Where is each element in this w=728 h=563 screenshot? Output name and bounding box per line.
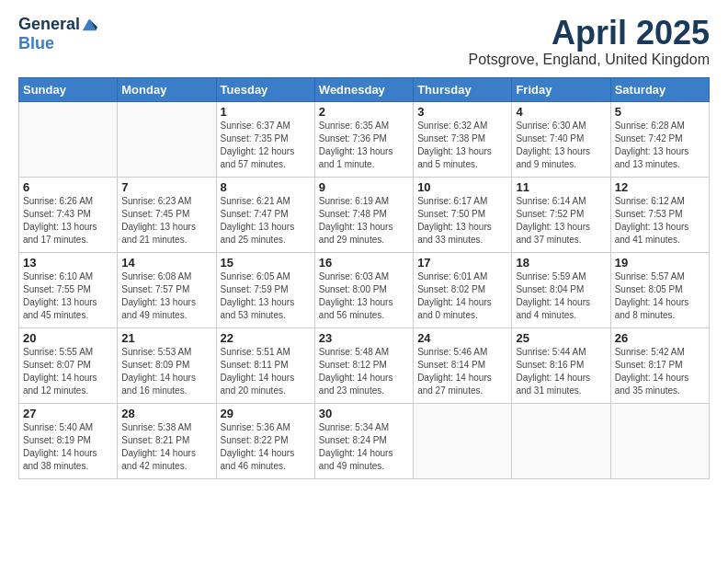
col-sunday: Sunday bbox=[19, 77, 118, 101]
day-info: Sunrise: 6:03 AM Sunset: 8:00 PM Dayligh… bbox=[319, 270, 409, 322]
day-number: 29 bbox=[221, 407, 311, 420]
calendar-cell: 1Sunrise: 6:37 AM Sunset: 7:35 PM Daylig… bbox=[216, 101, 314, 177]
day-info: Sunrise: 6:01 AM Sunset: 8:02 PM Dayligh… bbox=[417, 270, 507, 322]
calendar-cell: 22Sunrise: 5:51 AM Sunset: 8:11 PM Dayli… bbox=[216, 327, 314, 403]
day-number: 11 bbox=[516, 180, 606, 194]
day-number: 2 bbox=[319, 105, 409, 119]
day-number: 12 bbox=[615, 180, 705, 194]
day-info: Sunrise: 5:59 AM Sunset: 8:04 PM Dayligh… bbox=[516, 270, 606, 322]
day-info: Sunrise: 5:36 AM Sunset: 8:22 PM Dayligh… bbox=[221, 421, 311, 473]
day-number: 3 bbox=[417, 105, 507, 119]
col-saturday: Saturday bbox=[610, 77, 709, 101]
day-info: Sunrise: 5:38 AM Sunset: 8:21 PM Dayligh… bbox=[121, 421, 211, 473]
calendar-cell: 12Sunrise: 6:12 AM Sunset: 7:53 PM Dayli… bbox=[610, 177, 709, 252]
col-wednesday: Wednesday bbox=[314, 77, 413, 101]
day-info: Sunrise: 5:48 AM Sunset: 8:12 PM Dayligh… bbox=[319, 346, 409, 397]
calendar-cell: 2Sunrise: 6:35 AM Sunset: 7:36 PM Daylig… bbox=[314, 101, 413, 177]
calendar-cell: 10Sunrise: 6:17 AM Sunset: 7:50 PM Dayli… bbox=[414, 177, 512, 252]
day-info: Sunrise: 6:21 AM Sunset: 7:47 PM Dayligh… bbox=[221, 195, 311, 247]
col-monday: Monday bbox=[118, 77, 216, 101]
calendar-cell: 5Sunrise: 6:28 AM Sunset: 7:42 PM Daylig… bbox=[610, 101, 709, 177]
calendar-cell bbox=[610, 403, 709, 478]
day-info: Sunrise: 5:55 AM Sunset: 8:07 PM Dayligh… bbox=[23, 346, 113, 397]
calendar-cell: 19Sunrise: 5:57 AM Sunset: 8:05 PM Dayli… bbox=[610, 252, 709, 327]
day-number: 28 bbox=[121, 407, 211, 420]
calendar-cell: 17Sunrise: 6:01 AM Sunset: 8:02 PM Dayli… bbox=[414, 252, 512, 327]
calendar-cell: 28Sunrise: 5:38 AM Sunset: 8:21 PM Dayli… bbox=[118, 403, 216, 478]
week-row-4: 20Sunrise: 5:55 AM Sunset: 8:07 PM Dayli… bbox=[19, 327, 710, 403]
day-number: 5 bbox=[615, 105, 705, 119]
calendar-cell bbox=[118, 101, 216, 177]
logo-icon bbox=[81, 16, 97, 32]
day-info: Sunrise: 5:42 AM Sunset: 8:17 PM Dayligh… bbox=[615, 346, 705, 397]
day-number: 9 bbox=[319, 180, 409, 194]
calendar-header-row: Sunday Monday Tuesday Wednesday Thursday… bbox=[19, 77, 710, 101]
day-info: Sunrise: 6:26 AM Sunset: 7:43 PM Dayligh… bbox=[23, 195, 113, 247]
calendar-cell: 26Sunrise: 5:42 AM Sunset: 8:17 PM Dayli… bbox=[610, 327, 709, 403]
day-info: Sunrise: 5:57 AM Sunset: 8:05 PM Dayligh… bbox=[615, 270, 705, 322]
day-info: Sunrise: 5:46 AM Sunset: 8:14 PM Dayligh… bbox=[417, 346, 507, 397]
calendar-cell: 8Sunrise: 6:21 AM Sunset: 7:47 PM Daylig… bbox=[216, 177, 314, 252]
calendar-cell: 13Sunrise: 6:10 AM Sunset: 7:55 PM Dayli… bbox=[19, 252, 118, 327]
day-number: 15 bbox=[221, 256, 311, 270]
title-block: April 2025 Potsgrove, England, United Ki… bbox=[469, 15, 710, 68]
day-number: 6 bbox=[23, 180, 113, 194]
calendar-cell: 24Sunrise: 5:46 AM Sunset: 8:14 PM Dayli… bbox=[414, 327, 512, 403]
calendar-cell: 15Sunrise: 6:05 AM Sunset: 7:59 PM Dayli… bbox=[216, 252, 314, 327]
day-number: 16 bbox=[319, 256, 409, 270]
col-friday: Friday bbox=[512, 77, 610, 101]
week-row-2: 6Sunrise: 6:26 AM Sunset: 7:43 PM Daylig… bbox=[19, 177, 710, 252]
week-row-1: 1Sunrise: 6:37 AM Sunset: 7:35 PM Daylig… bbox=[19, 101, 710, 177]
day-info: Sunrise: 6:35 AM Sunset: 7:36 PM Dayligh… bbox=[319, 120, 409, 171]
calendar-cell bbox=[512, 403, 610, 478]
day-info: Sunrise: 6:37 AM Sunset: 7:35 PM Dayligh… bbox=[221, 120, 311, 171]
day-number: 4 bbox=[516, 105, 606, 119]
calendar-cell: 21Sunrise: 5:53 AM Sunset: 8:09 PM Dayli… bbox=[118, 327, 216, 403]
calendar-cell: 14Sunrise: 6:08 AM Sunset: 7:57 PM Dayli… bbox=[118, 252, 216, 327]
day-number: 20 bbox=[23, 331, 113, 345]
day-number: 24 bbox=[417, 331, 507, 345]
calendar-cell: 20Sunrise: 5:55 AM Sunset: 8:07 PM Dayli… bbox=[19, 327, 118, 403]
calendar-cell: 25Sunrise: 5:44 AM Sunset: 8:16 PM Dayli… bbox=[512, 327, 610, 403]
calendar-cell bbox=[19, 101, 118, 177]
col-thursday: Thursday bbox=[414, 77, 512, 101]
day-info: Sunrise: 6:19 AM Sunset: 7:48 PM Dayligh… bbox=[319, 195, 409, 247]
calendar-cell: 3Sunrise: 6:32 AM Sunset: 7:38 PM Daylig… bbox=[414, 101, 512, 177]
calendar-cell: 18Sunrise: 5:59 AM Sunset: 8:04 PM Dayli… bbox=[512, 252, 610, 327]
day-info: Sunrise: 6:32 AM Sunset: 7:38 PM Dayligh… bbox=[417, 120, 507, 171]
calendar-cell: 23Sunrise: 5:48 AM Sunset: 8:12 PM Dayli… bbox=[314, 327, 413, 403]
logo: General Blue bbox=[18, 15, 97, 53]
day-number: 23 bbox=[319, 331, 409, 345]
day-info: Sunrise: 6:30 AM Sunset: 7:40 PM Dayligh… bbox=[516, 120, 606, 171]
calendar-cell: 6Sunrise: 6:26 AM Sunset: 7:43 PM Daylig… bbox=[19, 177, 118, 252]
day-number: 18 bbox=[516, 256, 606, 270]
day-info: Sunrise: 6:28 AM Sunset: 7:42 PM Dayligh… bbox=[615, 120, 705, 171]
day-number: 26 bbox=[615, 331, 705, 345]
day-number: 8 bbox=[221, 180, 311, 194]
calendar-cell: 27Sunrise: 5:40 AM Sunset: 8:19 PM Dayli… bbox=[19, 403, 118, 478]
calendar: Sunday Monday Tuesday Wednesday Thursday… bbox=[18, 77, 710, 479]
day-number: 10 bbox=[417, 180, 507, 194]
calendar-cell: 30Sunrise: 5:34 AM Sunset: 8:24 PM Dayli… bbox=[314, 403, 413, 478]
logo-blue-text: Blue bbox=[18, 34, 54, 52]
calendar-cell: 29Sunrise: 5:36 AM Sunset: 8:22 PM Dayli… bbox=[216, 403, 314, 478]
location: Potsgrove, England, United Kingdom bbox=[469, 52, 710, 68]
calendar-cell: 16Sunrise: 6:03 AM Sunset: 8:00 PM Dayli… bbox=[314, 252, 413, 327]
day-info: Sunrise: 6:08 AM Sunset: 7:57 PM Dayligh… bbox=[121, 270, 211, 322]
day-number: 27 bbox=[23, 407, 113, 420]
day-info: Sunrise: 6:12 AM Sunset: 7:53 PM Dayligh… bbox=[615, 195, 705, 247]
day-info: Sunrise: 5:44 AM Sunset: 8:16 PM Dayligh… bbox=[516, 346, 606, 397]
day-number: 14 bbox=[121, 256, 211, 270]
day-number: 7 bbox=[121, 180, 211, 194]
day-info: Sunrise: 6:05 AM Sunset: 7:59 PM Dayligh… bbox=[221, 270, 311, 322]
day-info: Sunrise: 6:14 AM Sunset: 7:52 PM Dayligh… bbox=[516, 195, 606, 247]
day-number: 30 bbox=[319, 407, 409, 420]
calendar-cell: 9Sunrise: 6:19 AM Sunset: 7:48 PM Daylig… bbox=[314, 177, 413, 252]
day-number: 13 bbox=[23, 256, 113, 270]
month-title: April 2025 bbox=[469, 15, 710, 52]
day-number: 25 bbox=[516, 331, 606, 345]
day-info: Sunrise: 5:53 AM Sunset: 8:09 PM Dayligh… bbox=[121, 346, 211, 397]
day-info: Sunrise: 6:10 AM Sunset: 7:55 PM Dayligh… bbox=[23, 270, 113, 322]
day-info: Sunrise: 6:23 AM Sunset: 7:45 PM Dayligh… bbox=[121, 195, 211, 247]
calendar-cell bbox=[414, 403, 512, 478]
